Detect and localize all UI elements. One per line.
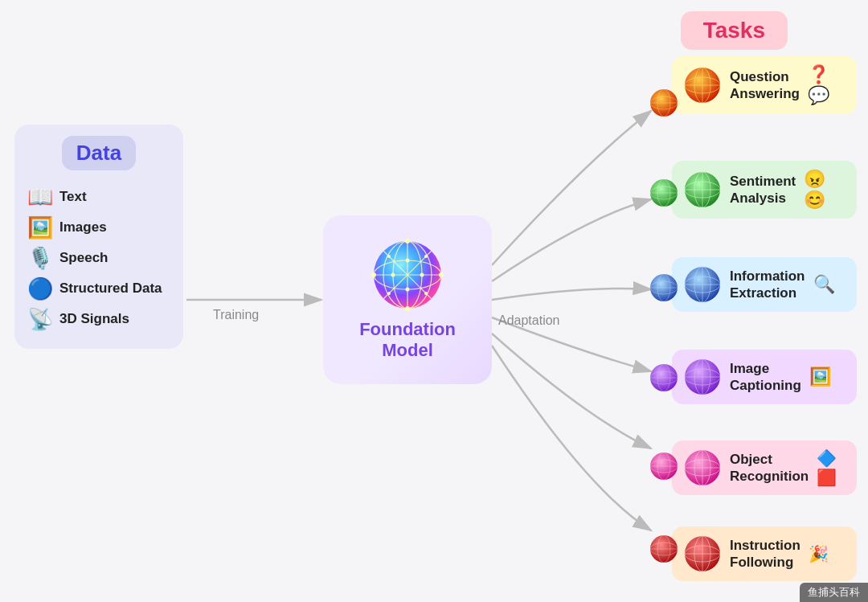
svg-point-20	[424, 255, 428, 258]
task-card-caption: ImageCaptioning 🖼️	[672, 350, 857, 404]
sentiment-label: SentimentAnalysis	[730, 173, 796, 207]
data-title: Data	[62, 136, 136, 170]
svg-point-19	[424, 292, 428, 295]
task-card-sentiment: SentimentAnalysis 😠😊	[672, 161, 857, 219]
task-card-qa: QuestionAnswering ❓💬	[672, 56, 857, 114]
instruct-icon: 🎉	[809, 544, 829, 563]
qa-label: QuestionAnswering	[730, 68, 800, 103]
foundation-globe-icon	[371, 239, 444, 311]
data-item-structured: 🔵 Structured Data	[23, 273, 175, 304]
ie-icon: 🔍	[813, 274, 835, 295]
instruct-arrow-globe	[649, 534, 678, 563]
svg-point-11	[405, 306, 410, 311]
adaptation-label: Adaptation	[498, 313, 560, 328]
data-item-3d: 📡 3D Signals	[23, 304, 175, 334]
3d-icon: 📡	[27, 309, 53, 330]
svg-point-17	[420, 272, 424, 276]
caption-label: ImageCaptioning	[730, 360, 801, 395]
training-label: Training	[213, 308, 259, 322]
sentiment-icon: 😠😊	[804, 169, 845, 211]
images-icon: 🖼️	[27, 217, 53, 238]
data-label-text: Text	[59, 189, 87, 205]
foundation-model-box: Foundation Model	[323, 215, 492, 384]
svg-point-13	[439, 272, 444, 277]
data-label-structured: Structured Data	[59, 281, 162, 297]
instruct-label: InstructionFollowing	[730, 537, 800, 571]
svg-point-14	[406, 258, 410, 262]
caption-arrow-globe	[649, 363, 678, 392]
sentiment-globe-icon	[683, 170, 722, 209]
foundation-title: Foundation Model	[359, 319, 456, 362]
watermark: 鱼捕头百科	[800, 583, 868, 602]
task-card-instruct: InstructionFollowing 🎉	[672, 526, 857, 581]
svg-point-18	[387, 255, 391, 258]
caption-globe-icon	[683, 358, 722, 396]
objrec-label: ObjectRecognition	[730, 451, 809, 485]
data-panel: Data 📖 Text 🖼️ Images 🎙️ Speech 🔵 Struct…	[14, 125, 183, 349]
qa-icon: ❓💬	[808, 64, 845, 106]
instruct-globe-icon	[683, 534, 722, 573]
task-card-ie: InformationExtraction 🔍	[672, 257, 857, 312]
objrec-icon: 🔷🟥	[817, 448, 845, 487]
svg-point-12	[371, 272, 376, 277]
objrec-arrow-globe	[649, 452, 678, 481]
caption-icon: 🖼️	[809, 367, 831, 387]
sentiment-arrow-globe	[649, 178, 678, 207]
text-icon: 📖	[27, 186, 53, 207]
data-item-text: 📖 Text	[23, 182, 175, 212]
ie-arrow-globe	[649, 273, 678, 302]
data-item-speech: 🎙️ Speech	[23, 243, 175, 273]
ie-globe-icon	[683, 265, 722, 304]
structured-icon: 🔵	[27, 278, 53, 299]
svg-point-15	[406, 287, 410, 291]
svg-point-16	[391, 272, 395, 276]
task-card-objrec: ObjectRecognition 🔷🟥	[672, 440, 857, 495]
svg-point-21	[387, 292, 391, 295]
qa-globe-icon	[683, 66, 722, 104]
tasks-header: Tasks	[681, 11, 788, 50]
data-label-images: Images	[59, 219, 107, 235]
data-item-images: 🖼️ Images	[23, 212, 175, 243]
ie-label: InformationExtraction	[730, 268, 805, 302]
objrec-globe-icon	[683, 448, 722, 487]
data-label-3d: 3D Signals	[59, 311, 129, 327]
qa-arrow-globe	[649, 88, 678, 117]
svg-point-10	[405, 239, 410, 244]
data-label-speech: Speech	[59, 250, 108, 266]
speech-icon: 🎙️	[27, 248, 53, 268]
